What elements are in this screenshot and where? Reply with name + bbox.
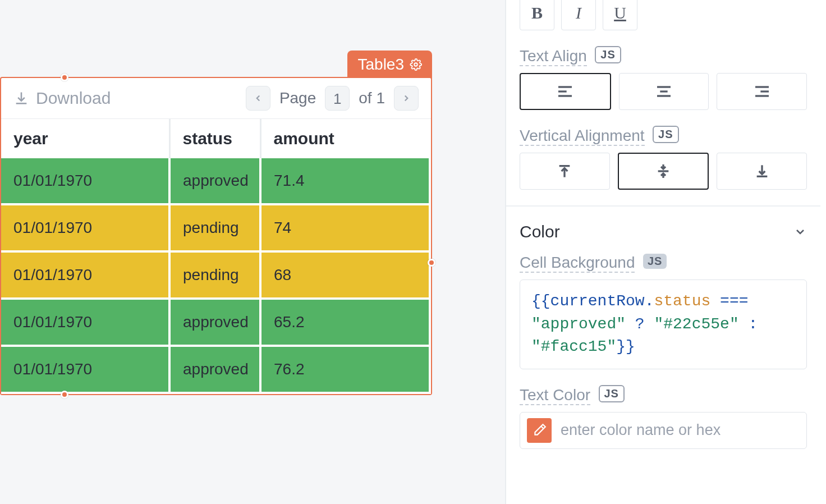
pager-of-label: of 1 (359, 89, 385, 107)
table-widget: Table3 Download Page 1 of 1 (0, 77, 432, 395)
table-cell-status[interactable]: pending (169, 204, 260, 251)
emphasis-group: B I U (520, 0, 807, 30)
widget-name-label: Table3 (357, 56, 404, 74)
text-align-center-button[interactable] (619, 73, 709, 110)
table-cell-status[interactable]: pending (169, 251, 260, 299)
pager-current-page[interactable]: 1 (325, 86, 350, 111)
cell-background-expression-input[interactable]: {{currentRow.status === "approved" ? "#2… (520, 280, 807, 369)
text-align-label: Text Align (520, 47, 587, 66)
chevron-right-icon (401, 93, 411, 103)
table-cell-amount[interactable]: 76.2 (260, 346, 430, 393)
pager-prev-button[interactable] (246, 86, 270, 111)
text-align-group: Text Align JS (520, 46, 807, 110)
js-badge[interactable]: JS (595, 46, 621, 63)
vertical-align-middle-button[interactable] (618, 153, 709, 190)
pager-label: Page (279, 89, 316, 107)
table-cell-year[interactable]: 01/01/1970 (1, 158, 169, 204)
align-left-icon (556, 83, 574, 100)
pager: Page 1 of 1 (246, 86, 419, 111)
eyedropper-swatch[interactable] (527, 418, 552, 443)
download-button[interactable]: Download (13, 89, 111, 108)
table-cell-amount[interactable]: 71.4 (260, 158, 430, 204)
download-icon (13, 90, 29, 106)
table-row[interactable]: 01/01/1970approved76.2 (1, 346, 430, 393)
vertical-align-group: Vertical Alignment JS (520, 126, 807, 190)
table-toolbar: Download Page 1 of 1 (1, 78, 431, 119)
column-header-year[interactable]: year (1, 119, 169, 158)
valign-middle-icon (654, 162, 672, 180)
js-badge[interactable]: JS (643, 254, 667, 269)
resize-handle-bottom[interactable] (61, 391, 68, 398)
valign-top-icon (556, 162, 573, 180)
section-divider (506, 205, 820, 207)
js-badge[interactable]: JS (653, 126, 678, 143)
color-section-title: Color (520, 222, 560, 241)
cell-background-group: Cell Background JS {{currentRow.status =… (520, 254, 807, 369)
text-color-label: Text Color (520, 386, 590, 405)
table-cell-amount[interactable]: 74 (260, 204, 430, 251)
column-header-amount[interactable]: amount (260, 119, 430, 158)
chevron-down-icon (793, 225, 807, 239)
table-frame[interactable]: Download Page 1 of 1 (0, 77, 432, 395)
vertical-align-bottom-button[interactable] (717, 153, 807, 190)
properties-panel: B I U Text Align JS (505, 0, 826, 504)
table-row[interactable]: 01/01/1970approved65.2 (1, 299, 430, 346)
svg-point-0 (414, 63, 417, 66)
align-right-icon (753, 83, 771, 100)
text-color-group: Text Color JS enter color name or hex (520, 385, 807, 449)
table-cell-status[interactable]: approved (169, 299, 260, 346)
underline-button[interactable]: U (603, 0, 637, 30)
table-row[interactable]: 01/01/1970pending68 (1, 251, 430, 299)
color-section-header[interactable]: Color (520, 222, 807, 241)
table-row[interactable]: 01/01/1970pending74 (1, 204, 430, 251)
table-cell-year[interactable]: 01/01/1970 (1, 346, 169, 393)
column-header-status[interactable]: status (169, 119, 260, 158)
cell-background-label: Cell Background (520, 254, 635, 273)
valign-bottom-icon (753, 162, 771, 180)
align-center-icon (655, 83, 673, 100)
vertical-align-label: Vertical Alignment (520, 127, 645, 146)
eyedropper-icon (532, 423, 547, 438)
text-align-right-button[interactable] (717, 73, 807, 110)
text-color-input[interactable]: enter color name or hex (520, 412, 807, 449)
widget-name-badge[interactable]: Table3 (347, 51, 432, 79)
table-row[interactable]: 01/01/1970approved71.4 (1, 158, 430, 204)
table-cell-amount[interactable]: 68 (260, 251, 430, 299)
table-cell-status[interactable]: approved (169, 346, 260, 393)
italic-button[interactable]: I (561, 0, 596, 30)
resize-handle-top[interactable] (61, 74, 68, 81)
table-cell-year[interactable]: 01/01/1970 (1, 204, 169, 251)
vertical-align-top-button[interactable] (520, 153, 610, 190)
download-label: Download (36, 89, 111, 108)
table-cell-status[interactable]: approved (169, 158, 260, 204)
resize-handle-right[interactable] (428, 259, 435, 267)
data-table: year status amount 01/01/1970approved71.… (1, 119, 431, 394)
table-cell-year[interactable]: 01/01/1970 (1, 251, 169, 299)
table-header-row: year status amount (1, 119, 430, 158)
table-cell-amount[interactable]: 65.2 (260, 299, 430, 346)
table-cell-year[interactable]: 01/01/1970 (1, 299, 169, 346)
js-badge[interactable]: JS (599, 385, 625, 402)
chevron-left-icon (253, 93, 263, 103)
gear-icon (410, 58, 422, 71)
text-color-placeholder: enter color name or hex (561, 421, 721, 439)
pager-next-button[interactable] (394, 86, 419, 111)
text-align-left-button[interactable] (520, 73, 611, 110)
bold-button[interactable]: B (520, 0, 554, 30)
